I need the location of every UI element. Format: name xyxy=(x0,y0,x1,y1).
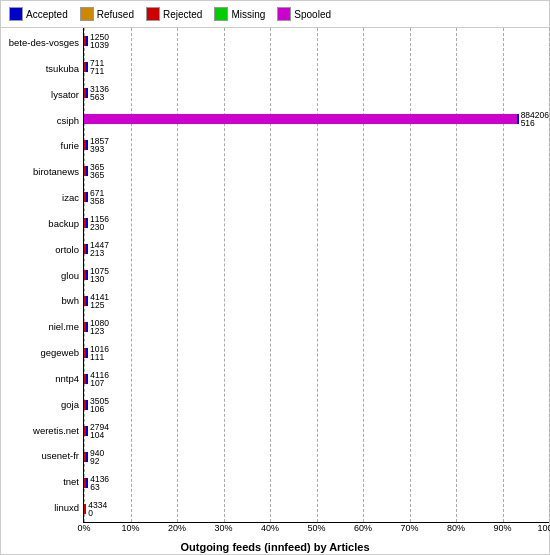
bar-value-labels: 884206 516 xyxy=(521,111,549,128)
bar-segment xyxy=(86,478,88,488)
bar-segment xyxy=(86,140,88,150)
bar-segment xyxy=(86,374,88,384)
y-labels: bete-des-vosgestsukubalysatorcsiphfurieb… xyxy=(1,28,83,523)
y-axis-label: niel.me xyxy=(1,318,79,336)
y-axis-label: linuxd xyxy=(1,499,79,517)
bar-row: 940 92 xyxy=(84,448,549,466)
y-axis-label: tnet xyxy=(1,473,79,491)
y-axis-label: gegeweb xyxy=(1,344,79,362)
bar-row: 1080 123 xyxy=(84,318,549,336)
legend-item: Missing xyxy=(214,7,265,21)
bar-row: 365 365 xyxy=(84,162,549,180)
legend-item: Spooled xyxy=(277,7,331,21)
bar-row: 1156 230 xyxy=(84,214,549,232)
y-axis-label: ortolo xyxy=(1,241,79,259)
x-axis-label: 50% xyxy=(307,523,325,533)
y-axis-label: weretis.net xyxy=(1,421,79,439)
y-axis-label: goja xyxy=(1,396,79,414)
y-axis-label: nntp4 xyxy=(1,370,79,388)
x-axis-label: 30% xyxy=(214,523,232,533)
bar-value-labels: 1156 230 xyxy=(90,215,109,232)
bar-value-labels: 1075 130 xyxy=(90,267,109,284)
bar-segment xyxy=(86,244,88,254)
bar-row: 1447 213 xyxy=(84,240,549,258)
bar-row: 4141 125 xyxy=(84,292,549,310)
x-axis-label: 10% xyxy=(121,523,139,533)
bar-row: 4334 0 xyxy=(84,500,549,518)
bar-row: 4116 107 xyxy=(84,370,549,388)
bar-row: 4136 63 xyxy=(84,474,549,492)
bar-row: 3505 106 xyxy=(84,396,549,414)
bar-value-labels: 4141 125 xyxy=(90,293,109,310)
bar-segment xyxy=(86,400,88,410)
y-axis-label: usenet-fr xyxy=(1,447,79,465)
x-axis-label: 20% xyxy=(168,523,186,533)
y-axis-label: bwh xyxy=(1,292,79,310)
bar-row: 711 711 xyxy=(84,58,549,76)
bar-value-labels: 1080 123 xyxy=(90,319,109,336)
legend-item: Refused xyxy=(80,7,134,21)
bar-segment xyxy=(84,114,517,124)
legend-item: Rejected xyxy=(146,7,202,21)
x-axis-label: 60% xyxy=(354,523,372,533)
bar-value-labels: 3505 106 xyxy=(90,397,109,414)
bar-row: 884206 516 xyxy=(84,110,549,128)
bar-segment xyxy=(84,504,86,514)
bars-area: 1250 1039 711 711 3136 563 884206 516 18… xyxy=(83,28,549,523)
legend: AcceptedRefusedRejectedMissingSpooled xyxy=(1,1,549,28)
chart-container: AcceptedRefusedRejectedMissingSpooled be… xyxy=(0,0,550,555)
x-axis-label: 0% xyxy=(77,523,90,533)
bar-segment xyxy=(86,88,88,98)
bar-row: 1016 111 xyxy=(84,344,549,362)
bar-segment xyxy=(517,114,519,124)
bar-value-labels: 1447 213 xyxy=(90,241,109,258)
bar-segment xyxy=(86,348,88,358)
y-axis-label: bete-des-vosges xyxy=(1,34,79,52)
bar-value-labels: 1857 393 xyxy=(90,137,109,154)
x-axis-label: 80% xyxy=(447,523,465,533)
bar-segment xyxy=(86,62,88,72)
bar-segment xyxy=(86,426,88,436)
bar-segment xyxy=(86,218,88,228)
bar-segment xyxy=(86,166,88,176)
bar-row: 2794 104 xyxy=(84,422,549,440)
x-axis-label: 70% xyxy=(400,523,418,533)
chart-title: Outgoing feeds (innfeed) by Articles xyxy=(1,539,549,555)
bar-segment xyxy=(86,270,88,280)
chart-area: bete-des-vosgestsukubalysatorcsiphfurieb… xyxy=(1,28,549,523)
bar-value-labels: 1250 1039 xyxy=(90,33,109,50)
bar-row: 3136 563 xyxy=(84,84,549,102)
y-axis-label: tsukuba xyxy=(1,60,79,78)
bar-value-labels: 4136 63 xyxy=(90,475,109,492)
bar-segment xyxy=(86,322,88,332)
y-axis-label: csiph xyxy=(1,111,79,129)
y-axis-label: glou xyxy=(1,266,79,284)
bar-row: 1250 1039 xyxy=(84,32,549,50)
x-axis-label: 90% xyxy=(493,523,511,533)
bar-value-labels: 671 358 xyxy=(90,189,104,206)
bar-value-labels: 940 92 xyxy=(90,449,104,466)
x-axis-label: 100% xyxy=(537,523,550,533)
bar-value-labels: 711 711 xyxy=(90,59,104,76)
bar-segment xyxy=(86,296,88,306)
legend-item: Accepted xyxy=(9,7,68,21)
bar-value-labels: 4334 0 xyxy=(88,501,107,518)
bar-row: 671 358 xyxy=(84,188,549,206)
bar-segment xyxy=(86,452,88,462)
y-axis-label: birotanews xyxy=(1,163,79,181)
x-axis-label: 40% xyxy=(261,523,279,533)
y-axis-label: izac xyxy=(1,189,79,207)
bar-value-labels: 1016 111 xyxy=(90,345,109,362)
y-axis-label: backup xyxy=(1,215,79,233)
bar-value-labels: 365 365 xyxy=(90,163,104,180)
bar-segment xyxy=(86,192,88,202)
bar-row: 1857 393 xyxy=(84,136,549,154)
bar-row: 1075 130 xyxy=(84,266,549,284)
y-axis-label: furie xyxy=(1,137,79,155)
bar-value-labels: 2794 104 xyxy=(90,423,109,440)
bar-value-labels: 4116 107 xyxy=(90,371,109,388)
bar-value-labels: 3136 563 xyxy=(90,85,109,102)
y-axis-label: lysator xyxy=(1,86,79,104)
bar-segment xyxy=(86,36,88,46)
